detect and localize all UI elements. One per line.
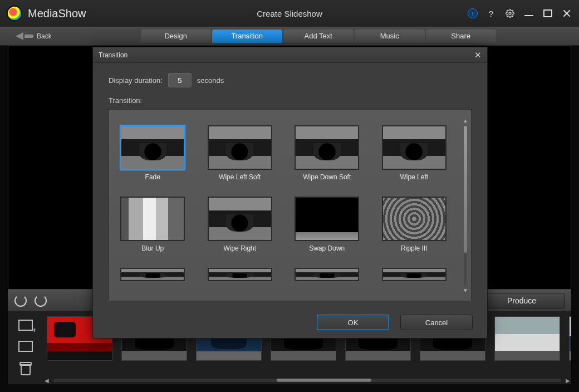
transition-scrollbar[interactable]: ▲ ▼ — [463, 117, 468, 293]
transition-item[interactable]: Blur Up — [111, 197, 194, 252]
filmstrip-thumb[interactable] — [494, 316, 560, 361]
tab-addtext[interactable]: Add Text — [283, 30, 354, 43]
produce-button[interactable]: Produce — [479, 293, 565, 308]
rotate-ccw-icon[interactable] — [14, 295, 27, 307]
ok-button[interactable]: OK — [317, 315, 389, 330]
transition-thumb — [208, 268, 272, 281]
transition-thumb — [295, 125, 359, 170]
minimize-button[interactable] — [523, 8, 534, 19]
transition-item[interactable] — [198, 268, 282, 281]
transition-item[interactable] — [111, 268, 194, 281]
tab-design[interactable]: Design — [141, 30, 211, 43]
filmstrip-thumb[interactable] — [569, 316, 571, 361]
transition-item[interactable]: Wipe Left Soft — [198, 125, 282, 181]
transition-thumb — [295, 197, 359, 241]
arrow-left-icon — [16, 32, 23, 40]
transition-item[interactable]: Swap Down — [285, 197, 369, 252]
duration-unit: seconds — [197, 76, 224, 85]
transition-item[interactable] — [372, 268, 456, 281]
transition-item[interactable]: Fade — [111, 125, 194, 181]
duration-input[interactable] — [168, 73, 192, 87]
transition-thumb — [120, 197, 185, 241]
transition-thumb — [295, 268, 359, 281]
transition-label: Blur Up — [141, 244, 164, 252]
tab-transition[interactable]: Transition — [212, 30, 282, 43]
transition-item[interactable] — [285, 268, 369, 281]
scroll-up-icon[interactable]: ▲ — [462, 117, 469, 123]
update-icon[interactable] — [468, 8, 478, 18]
transition-item[interactable]: Wipe Down Soft — [285, 125, 369, 181]
transition-label: Ripple III — [401, 244, 427, 252]
transition-dialog: Transition ✕ Display duration: seconds T… — [92, 47, 488, 339]
maximize-button[interactable] — [542, 8, 553, 19]
dialog-titlebar: Transition ✕ — [93, 47, 487, 63]
transition-item[interactable]: Ripple III — [372, 197, 456, 252]
close-button[interactable] — [561, 8, 572, 19]
transition-list-label: Transition: — [109, 96, 472, 105]
scroll-left-icon[interactable]: ◀ — [45, 378, 49, 384]
window-title: Create Slideshow — [257, 9, 322, 18]
transition-label: Wipe Right — [223, 244, 256, 252]
app-logo-icon — [7, 6, 22, 21]
back-button[interactable]: Back — [16, 32, 52, 40]
add-blank-icon[interactable] — [18, 341, 33, 352]
transition-thumb — [208, 125, 272, 170]
delete-icon[interactable] — [19, 362, 32, 375]
transition-thumb — [382, 268, 446, 281]
tab-bar: Back DesignTransitionAdd TextMusicShare — [0, 27, 579, 46]
tab-music[interactable]: Music — [355, 30, 425, 43]
rotate-cw-icon[interactable] — [35, 295, 47, 307]
transition-label: Fade — [145, 173, 160, 181]
transition-panel: FadeWipe Left SoftWipe Down SoftWipe Lef… — [109, 109, 472, 301]
dialog-close-icon[interactable]: ✕ — [474, 51, 482, 59]
title-bar: MediaShow Create Slideshow ? — [0, 0, 579, 27]
app-name: MediaShow — [28, 7, 86, 20]
transition-thumb — [382, 125, 446, 170]
back-label: Back — [37, 32, 52, 40]
help-icon[interactable]: ? — [485, 8, 497, 19]
duration-label: Display duration: — [109, 76, 163, 85]
cancel-button[interactable]: Cancel — [400, 315, 473, 330]
transition-thumb — [120, 268, 185, 281]
scroll-right-icon[interactable]: ▶ — [566, 378, 570, 384]
transition-item[interactable]: Wipe Right — [198, 197, 282, 252]
scroll-down-icon[interactable]: ▼ — [462, 287, 469, 293]
svg-point-0 — [509, 12, 511, 14]
add-media-icon[interactable] — [18, 320, 33, 331]
transition-thumb — [208, 197, 272, 241]
transition-label: Wipe Left — [400, 173, 428, 181]
transition-item[interactable]: Wipe Left — [372, 125, 456, 181]
transition-label: Wipe Down Soft — [303, 173, 351, 181]
tab-share[interactable]: Share — [426, 30, 496, 43]
transition-thumb — [382, 197, 446, 241]
transition-label: Swap Down — [309, 244, 345, 252]
dialog-title: Transition — [99, 51, 127, 59]
settings-icon[interactable] — [504, 8, 516, 19]
transition-label: Wipe Left Soft — [219, 173, 261, 181]
filmstrip-scrollbar[interactable]: ◀ ▶ — [43, 378, 571, 383]
transition-thumb — [120, 125, 185, 170]
